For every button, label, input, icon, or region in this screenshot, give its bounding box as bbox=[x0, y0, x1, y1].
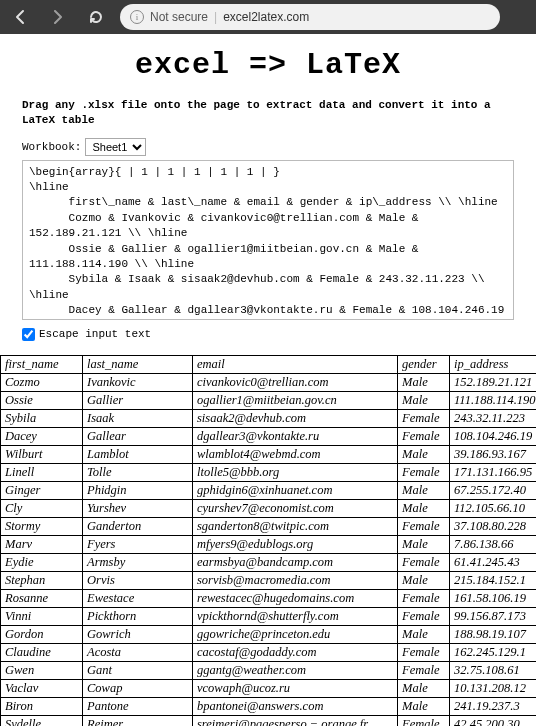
workbook-row: Workbook: Sheet1 bbox=[22, 138, 514, 156]
table-cell: Biron bbox=[1, 697, 83, 715]
table-cell: ltolle5@bbb.org bbox=[193, 463, 398, 481]
table-row: CozmoIvankoviccivankovic0@trellian.comMa… bbox=[1, 373, 537, 391]
table-cell: Gowrich bbox=[83, 625, 193, 643]
table-cell: Pantone bbox=[83, 697, 193, 715]
table-cell: Gant bbox=[83, 661, 193, 679]
table-cell: Male bbox=[398, 391, 450, 409]
table-row: VaclavCowapvcowaph@ucoz.ruMale10.131.208… bbox=[1, 679, 537, 697]
table-cell: Ewestace bbox=[83, 589, 193, 607]
table-cell: Acosta bbox=[83, 643, 193, 661]
table-cell: Stephan bbox=[1, 571, 83, 589]
table-cell: Sybila bbox=[1, 409, 83, 427]
table-cell: Sydelle bbox=[1, 715, 83, 726]
table-cell: gphidgin6@xinhuanet.com bbox=[193, 481, 398, 499]
table-cell: sisaak2@devhub.com bbox=[193, 409, 398, 427]
info-icon: i bbox=[130, 10, 144, 24]
latex-output[interactable] bbox=[22, 160, 514, 320]
table-cell: 241.19.237.3 bbox=[450, 697, 537, 715]
table-cell: Lamblot bbox=[83, 445, 193, 463]
table-cell: Female bbox=[398, 553, 450, 571]
table-row: GordonGowrichggowriche@princeton.eduMale… bbox=[1, 625, 537, 643]
table-row: EydieArmsbyearmsbya@bandcamp.comFemale61… bbox=[1, 553, 537, 571]
table-row: SydelleReimersreimerj@pagesperso − orang… bbox=[1, 715, 537, 726]
table-head: first_namelast_nameemailgenderip_address bbox=[1, 355, 537, 373]
escape-label: Escape input text bbox=[39, 328, 151, 340]
table-cell: Dacey bbox=[1, 427, 83, 445]
table-cell: Isaak bbox=[83, 409, 193, 427]
table-cell: Ivankovic bbox=[83, 373, 193, 391]
table-cell: 108.104.246.19 bbox=[450, 427, 537, 445]
table-row: DaceyGalleardgallear3@vkontakte.ruFemale… bbox=[1, 427, 537, 445]
table-cell: Yurshev bbox=[83, 499, 193, 517]
address-bar[interactable]: i Not secure | excel2latex.com bbox=[120, 4, 500, 30]
arrow-left-icon bbox=[12, 9, 28, 25]
table-cell: 39.186.93.167 bbox=[450, 445, 537, 463]
table-cell: Gallier bbox=[83, 391, 193, 409]
table-cell: Male bbox=[398, 445, 450, 463]
table-cell: mfyers9@edublogs.org bbox=[193, 535, 398, 553]
table-cell: Female bbox=[398, 409, 450, 427]
table-row: StormyGandertonsganderton8@twitpic.comFe… bbox=[1, 517, 537, 535]
table-cell: ggowriche@princeton.edu bbox=[193, 625, 398, 643]
table-cell: 112.105.66.10 bbox=[450, 499, 537, 517]
table-row: VinniPickthornvpickthornd@shutterfly.com… bbox=[1, 607, 537, 625]
table-cell: Stormy bbox=[1, 517, 83, 535]
table-row: RosanneEwestacerewestacec@hugedomains.co… bbox=[1, 589, 537, 607]
table-cell: cyurshev7@economist.com bbox=[193, 499, 398, 517]
table-cell: 67.255.172.40 bbox=[450, 481, 537, 499]
table-cell: 99.156.87.173 bbox=[450, 607, 537, 625]
back-button[interactable] bbox=[6, 3, 34, 31]
table-cell: Gallear bbox=[83, 427, 193, 445]
table-cell: Female bbox=[398, 589, 450, 607]
arrow-right-icon bbox=[50, 9, 66, 25]
table-cell: Male bbox=[398, 535, 450, 553]
table-cell: Female bbox=[398, 463, 450, 481]
table-cell: ogallier1@miitbeian.gov.cn bbox=[193, 391, 398, 409]
table-row: SybilaIsaaksisaak2@devhub.comFemale243.3… bbox=[1, 409, 537, 427]
sheet-select[interactable]: Sheet1 bbox=[85, 138, 146, 156]
table-cell: ggantg@weather.com bbox=[193, 661, 398, 679]
table-row: ClyYurshevcyurshev7@economist.comMale112… bbox=[1, 499, 537, 517]
escape-row: Escape input text bbox=[22, 328, 514, 341]
table-cell: bpantonei@answers.com bbox=[193, 697, 398, 715]
table-body: CozmoIvankoviccivankovic0@trellian.comMa… bbox=[1, 373, 537, 726]
table-cell: Phidgin bbox=[83, 481, 193, 499]
table-row: StephanOrvissorvisb@macromedia.comMale21… bbox=[1, 571, 537, 589]
table-header-cell: gender bbox=[398, 355, 450, 373]
table-cell: 243.32.11.223 bbox=[450, 409, 537, 427]
forward-button[interactable] bbox=[44, 3, 72, 31]
table-cell: wlamblot4@webmd.com bbox=[193, 445, 398, 463]
table-cell: dgallear3@vkontakte.ru bbox=[193, 427, 398, 445]
table-cell: civankovic0@trellian.com bbox=[193, 373, 398, 391]
table-cell: Rosanne bbox=[1, 589, 83, 607]
table-cell: cacostaf@godaddy.com bbox=[193, 643, 398, 661]
table-header-cell: email bbox=[193, 355, 398, 373]
table-row: WilburtLamblotwlamblot4@webmd.comMale39.… bbox=[1, 445, 537, 463]
reload-icon bbox=[88, 9, 104, 25]
reload-button[interactable] bbox=[82, 3, 110, 31]
table-cell: Female bbox=[398, 643, 450, 661]
table-cell: Male bbox=[398, 481, 450, 499]
table-cell: Male bbox=[398, 373, 450, 391]
table-cell: Gwen bbox=[1, 661, 83, 679]
workbook-label: Workbook: bbox=[22, 141, 81, 153]
table-cell: Female bbox=[398, 607, 450, 625]
table-header-cell: first_name bbox=[1, 355, 83, 373]
separator: | bbox=[214, 10, 217, 24]
escape-checkbox[interactable] bbox=[22, 328, 35, 341]
table-cell: 171.131.166.95 bbox=[450, 463, 537, 481]
table-cell: Female bbox=[398, 427, 450, 445]
table-cell: Male bbox=[398, 499, 450, 517]
table-cell: 162.245.129.1 bbox=[450, 643, 537, 661]
table-cell: Claudine bbox=[1, 643, 83, 661]
table-cell: 111.188.114.190 bbox=[450, 391, 537, 409]
table-cell: Male bbox=[398, 571, 450, 589]
table-cell: 42.45.200.30 bbox=[450, 715, 537, 726]
table-row: ClaudineAcostacacostaf@godaddy.comFemale… bbox=[1, 643, 537, 661]
table-cell: Wilburt bbox=[1, 445, 83, 463]
table-cell: Ganderton bbox=[83, 517, 193, 535]
table-cell: Female bbox=[398, 715, 450, 726]
browser-toolbar: i Not secure | excel2latex.com bbox=[0, 0, 536, 34]
table-cell: Gordon bbox=[1, 625, 83, 643]
table-cell: sorvisb@macromedia.com bbox=[193, 571, 398, 589]
